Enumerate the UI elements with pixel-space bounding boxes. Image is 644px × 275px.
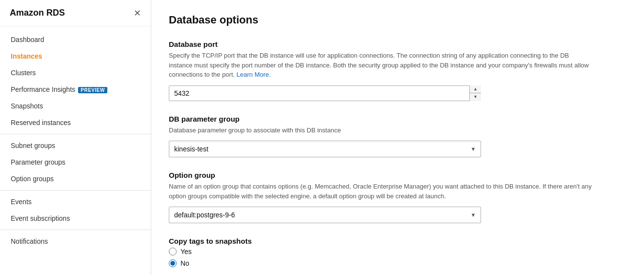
port-spinners: ▲ ▼ <box>469 85 481 101</box>
copy-tags-yes-label[interactable]: Yes <box>169 248 626 255</box>
sidebar-title: Amazon RDS <box>10 8 65 18</box>
sidebar-item-instances[interactable]: Instances <box>0 48 151 64</box>
copy-tags-section: Copy tags to snapshots Yes No <box>169 237 626 267</box>
option-group-label: Option group <box>169 171 626 179</box>
sidebar-item-snapshots[interactable]: Snapshots <box>0 98 151 114</box>
main-content: Database options Database port Specify t… <box>151 0 644 275</box>
sidebar-close-button[interactable]: ✕ <box>134 9 141 18</box>
database-port-label: Database port <box>169 40 626 48</box>
database-port-section: Database port Specify the TCP/IP port th… <box>169 40 626 101</box>
sidebar-header: Amazon RDS ✕ <box>0 0 151 26</box>
nav-divider-2 <box>0 190 151 190</box>
copy-tags-no-label[interactable]: No <box>169 259 626 267</box>
page-title: Database options <box>169 14 626 26</box>
port-input-wrapper: ▲ ▼ <box>169 85 481 101</box>
sidebar-item-option-groups[interactable]: Option groups <box>0 170 151 187</box>
sidebar-item-subnet-groups[interactable]: Subnet groups <box>0 137 151 154</box>
sidebar-item-dashboard[interactable]: Dashboard <box>0 31 151 48</box>
copy-tags-no-text: No <box>181 259 189 267</box>
db-parameter-group-select-wrapper: kinesis-test default.postgres9-6 default… <box>169 141 481 157</box>
sidebar: Amazon RDS ✕ Dashboard Instances Cluster… <box>0 0 151 275</box>
sidebar-item-events[interactable]: Events <box>0 193 151 210</box>
port-increment-button[interactable]: ▲ <box>470 85 481 94</box>
copy-tags-yes-radio[interactable] <box>169 248 177 255</box>
copy-tags-yes-text: Yes <box>181 248 192 255</box>
option-group-select-wrapper: default:postgres-9-6 default:postgres-10… <box>169 207 481 223</box>
option-group-desc: Name of an option group that contains op… <box>169 182 593 201</box>
sidebar-item-performance-insights[interactable]: Performance InsightsPREVIEW <box>0 81 151 98</box>
copy-tags-radio-group: Yes No <box>169 248 626 267</box>
sidebar-item-reserved-instances[interactable]: Reserved instances <box>0 114 151 131</box>
preview-badge: PREVIEW <box>78 87 107 93</box>
db-parameter-group-section: DB parameter group Database parameter gr… <box>169 115 626 158</box>
db-parameter-group-select[interactable]: kinesis-test default.postgres9-6 default… <box>169 141 481 157</box>
sidebar-item-clusters[interactable]: Clusters <box>0 64 151 81</box>
option-group-select[interactable]: default:postgres-9-6 default:postgres-10 <box>169 207 481 223</box>
port-decrement-button[interactable]: ▼ <box>470 93 481 101</box>
option-group-section: Option group Name of an option group tha… <box>169 171 626 223</box>
performance-insights-label: Performance Insights <box>11 85 75 93</box>
db-parameter-group-desc: Database parameter group to associate wi… <box>169 126 593 135</box>
copy-tags-label: Copy tags to snapshots <box>169 237 626 245</box>
port-input[interactable] <box>169 85 481 101</box>
sidebar-item-event-subscriptions[interactable]: Event subscriptions <box>0 210 151 227</box>
sidebar-item-parameter-groups[interactable]: Parameter groups <box>0 154 151 170</box>
copy-tags-no-radio[interactable] <box>169 259 177 267</box>
sidebar-item-notifications[interactable]: Notifications <box>0 233 151 250</box>
database-port-learn-more[interactable]: Learn More. <box>237 71 271 78</box>
nav-divider-1 <box>0 134 151 134</box>
sidebar-nav: Dashboard Instances Clusters Performance… <box>0 26 151 254</box>
db-parameter-group-label: DB parameter group <box>169 115 626 123</box>
database-port-desc: Specify the TCP/IP port that the DB inst… <box>169 51 593 80</box>
nav-divider-3 <box>0 230 151 230</box>
